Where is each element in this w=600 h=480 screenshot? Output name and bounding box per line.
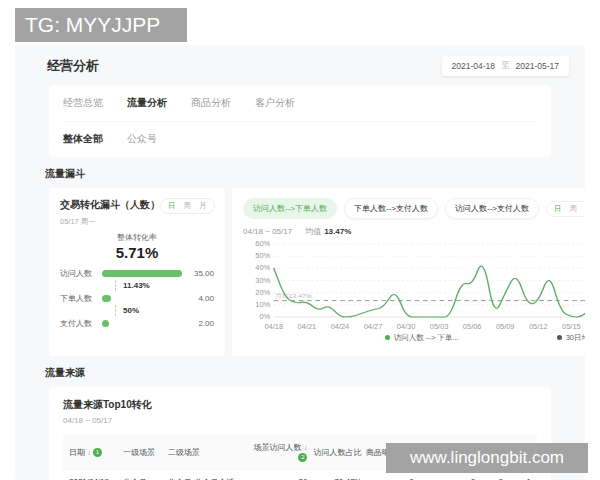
svg-text:50%: 50%	[255, 253, 270, 259]
svg-text:05/15: 05/15	[562, 324, 581, 330]
svg-text:05/09: 05/09	[496, 324, 515, 330]
funnel-section-title: 流量漏斗	[45, 167, 585, 181]
svg-text:04/24: 04/24	[331, 324, 350, 330]
chart-period-toggle: 日 周 月	[546, 201, 585, 217]
tab-card: 经营总览 流量分析 商品分析 客户分析 整体全部 公众号	[49, 85, 551, 157]
date-start: 2021-04-18	[452, 61, 495, 71]
conversion-trend-card: 访问人数-->下单人数 下单人数-->支付人数 访问人数-->支付人数 日 周 …	[232, 188, 585, 356]
pill-visit-to-pay[interactable]: 访问人数-->支付人数	[445, 198, 539, 219]
svg-text:05/12: 05/12	[529, 324, 548, 330]
chart-average: 均值13.47%	[305, 226, 351, 237]
funnel-row-visitors: 访问人数 35.00	[60, 268, 214, 278]
analytics-dashboard: 经营分析 2021-04-18 至 2021-05-17 经营总览 流量分析 商…	[15, 45, 585, 480]
scope-overall[interactable]: 整体全部	[63, 132, 103, 146]
date-end: 2021-05-17	[516, 61, 559, 71]
pill-order-to-pay[interactable]: 下单人数-->支付人数	[344, 198, 438, 219]
svg-text:04/27: 04/27	[364, 324, 383, 330]
page: TG: MYYJJPP 经营分析 2021-04-18 至 2021-05-17…	[0, 0, 600, 480]
svg-text:10%: 10%	[255, 302, 270, 308]
chart-legend: 访问人数 --> 下单... 30日均值	[243, 332, 585, 343]
funnel-bar	[102, 320, 109, 327]
funnel-row-orders: 下单人数 4.00	[60, 293, 214, 303]
funnel-card-title: 交易转化漏斗（人数）	[60, 198, 160, 212]
legend-series-label: 访问人数 --> 下单...	[394, 333, 459, 343]
table-date-range: 04/18 ~ 05/17	[63, 416, 537, 425]
page-title: 经营分析	[47, 57, 99, 75]
col-visitor-share[interactable]: 访问人数占比	[307, 447, 361, 458]
chart-date-range: 04/18 ~ 05/17	[243, 227, 292, 236]
pill-visit-to-order[interactable]: 访问人数-->下单人数	[243, 198, 337, 219]
svg-text:04/21: 04/21	[297, 324, 316, 330]
svg-text:月均13.47%: 月均13.47%	[275, 293, 312, 300]
source-section-title: 流量来源	[45, 366, 585, 380]
funnel-step-connector	[115, 305, 116, 316]
svg-text:04/30: 04/30	[397, 324, 416, 330]
col-date[interactable]: 日期↓1	[69, 447, 123, 458]
svg-text:30%: 30%	[255, 277, 270, 283]
overall-rate-value: 5.71%	[60, 244, 214, 261]
tab-traffic[interactable]: 流量分析	[127, 96, 167, 110]
legend-average-dot	[557, 335, 562, 340]
svg-text:04/18: 04/18	[264, 324, 283, 330]
funnel-label: 下单人数	[60, 293, 96, 304]
svg-text:0%: 0%	[259, 314, 270, 320]
tab-overview[interactable]: 经营总览	[63, 96, 103, 110]
svg-text:05/06: 05/06	[463, 324, 482, 330]
svg-text:20%: 20%	[255, 289, 270, 295]
period-day[interactable]: 日	[168, 201, 176, 211]
watermark-telegram: TG: MYYJJPP	[15, 8, 187, 42]
sort-order-badge: 1	[93, 448, 102, 457]
svg-text:05/03: 05/03	[430, 324, 449, 330]
tab-customer[interactable]: 客户分析	[255, 96, 295, 110]
watermark-website: www.linglongbit.com	[386, 443, 588, 473]
col-scene-l1[interactable]: 一级场景	[123, 447, 168, 458]
funnel-row-payers: 支付人数 2.00	[60, 318, 214, 328]
date-separator: 至	[501, 60, 510, 72]
funnel-step-rate: 11.43%	[60, 278, 214, 293]
col-scene-visitors[interactable]: 场景访问人数↓2	[248, 442, 308, 462]
funnel-date-label: 05/17 周一	[60, 217, 214, 227]
overall-rate-label: 整体转化率	[60, 232, 214, 243]
conversion-pills: 访问人数-->下单人数 下单人数-->支付人数 访问人数-->支付人数 日 周 …	[243, 198, 585, 219]
funnel-step-connector	[115, 280, 116, 291]
scope-official-account[interactable]: 公众号	[127, 132, 157, 146]
funnel-bar	[102, 295, 111, 302]
svg-text:40%: 40%	[255, 265, 270, 271]
date-range-picker[interactable]: 2021-04-18 至 2021-05-17	[442, 56, 569, 76]
conversion-funnel-card: 交易转化漏斗（人数） 日 周 月 05/17 周一 整体转化率 5.71% 访问…	[49, 188, 225, 356]
scope-filter: 整体全部 公众号	[63, 122, 537, 146]
page-header: 经营分析 2021-04-18 至 2021-05-17	[15, 45, 585, 85]
funnel-bar	[102, 270, 182, 277]
period-week[interactable]: 周	[570, 204, 578, 214]
legend-average-label: 30日均值	[566, 333, 585, 343]
funnel-value: 35.00	[188, 269, 214, 278]
funnel-cards-row: 交易转化漏斗（人数） 日 周 月 05/17 周一 整体转化率 5.71% 访问…	[49, 188, 551, 356]
col-scene-l2[interactable]: 二级场景	[168, 447, 248, 458]
period-week[interactable]: 周	[184, 201, 192, 211]
funnel-period-toggle: 日 周 月	[160, 198, 215, 214]
sort-order-badge: 2	[298, 453, 307, 462]
svg-text:60%: 60%	[255, 241, 270, 247]
funnel-value: 2.00	[188, 319, 214, 328]
tab-product[interactable]: 商品分析	[191, 96, 231, 110]
funnel-label: 访问人数	[60, 268, 96, 279]
sort-desc-icon[interactable]: ↓	[87, 448, 91, 457]
analysis-tabs: 经营总览 流量分析 商品分析 客户分析	[63, 96, 537, 122]
conversion-chart: 0%10%20%30%40%50%60%月均13.47%04/1804/2104…	[243, 238, 585, 332]
funnel-label: 支付人数	[60, 318, 96, 329]
funnel-value: 4.00	[188, 294, 214, 303]
funnel-step-rate: 50%	[60, 303, 214, 318]
legend-series-dot	[385, 335, 390, 340]
period-month[interactable]: 月	[199, 201, 207, 211]
table-card-title: 流量来源Top10转化	[63, 398, 537, 412]
period-day[interactable]: 日	[554, 204, 562, 214]
